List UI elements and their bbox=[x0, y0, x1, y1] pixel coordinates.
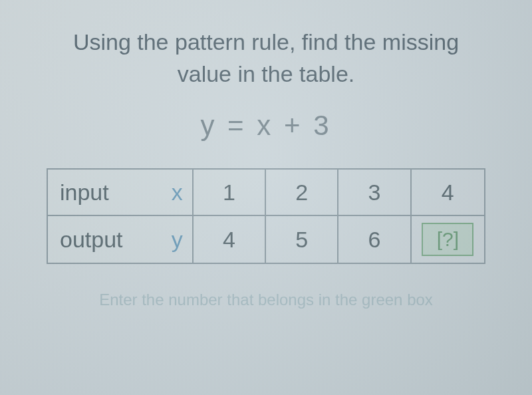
output-cell-4: [?] bbox=[412, 216, 484, 263]
output-cell-2: 5 bbox=[266, 216, 338, 263]
input-cell-4: 4 bbox=[412, 170, 484, 215]
input-cell-2: 2 bbox=[266, 170, 338, 215]
prompt-line-2: value in the table. bbox=[178, 61, 355, 86]
answer-input-box[interactable]: [?] bbox=[422, 223, 473, 256]
input-variable: x bbox=[172, 180, 183, 205]
output-label: output bbox=[60, 227, 123, 253]
prompt-line-1: Using the pattern rule, find the missing bbox=[73, 29, 459, 55]
value-table: input x 1 2 3 4 output y 4 5 6 [?] bbox=[47, 168, 485, 264]
output-variable: y bbox=[172, 227, 183, 253]
hint-text: Enter the number that belongs in the gre… bbox=[79, 291, 453, 309]
input-cell-1: 1 bbox=[194, 170, 266, 215]
output-row: output y 4 5 6 [?] bbox=[48, 216, 484, 263]
input-row: input x 1 2 3 4 bbox=[48, 170, 484, 216]
question-prompt: Using the pattern rule, find the missing… bbox=[47, 27, 485, 90]
output-cell-3: 6 bbox=[338, 216, 411, 263]
input-label: input bbox=[60, 180, 109, 205]
output-header: output y bbox=[48, 216, 194, 263]
input-header: input x bbox=[48, 170, 194, 215]
input-cell-3: 3 bbox=[338, 170, 411, 215]
pattern-rule-equation: y = x + 3 bbox=[200, 110, 331, 142]
output-cell-1: 4 bbox=[194, 216, 266, 263]
